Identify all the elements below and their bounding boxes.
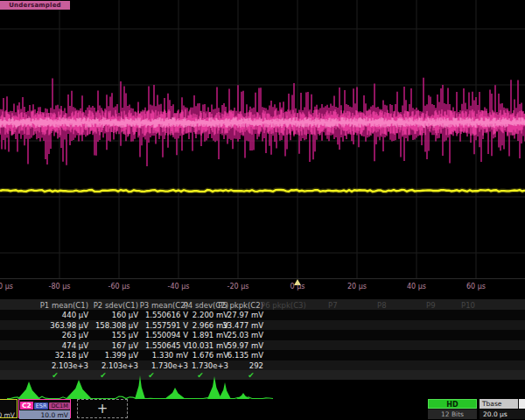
c2-label: C2: [20, 402, 33, 410]
descriptor-bar: DC1M 10.0 mV C2 ESR DC1M 10.0 mV + HD 12…: [0, 399, 525, 420]
x-tick-label: 60 µs: [450, 283, 502, 290]
x-tick-label: -20 µs: [212, 283, 264, 290]
c2-coupling-badge: DC1M: [49, 402, 69, 410]
measure-value: 27.97 mV: [185, 311, 263, 319]
measure-column-header-inactive[interactable]: P10: [461, 301, 475, 310]
c1-scale: 10.0 mV: [0, 410, 17, 419]
timebase-descriptor[interactable]: Tbase 20.0 µs: [480, 399, 525, 419]
x-tick-label: -100 µs: [0, 283, 26, 290]
c2-scale: 10.0 mV: [19, 410, 70, 419]
channel-c1-descriptor[interactable]: DC1M 10.0 mV: [0, 399, 18, 418]
x-tick-label: 0 µs: [271, 283, 324, 290]
add-trace-button[interactable]: +: [77, 399, 128, 418]
measure-column-header-inactive[interactable]: P7: [328, 301, 338, 310]
x-axis-labels: -100 µs-80 µs-60 µs-40 µs-20 µs0 µs20 µs…: [0, 281, 525, 293]
x-tick-label: -80 µs: [33, 283, 86, 290]
measure-value: 6.135 mV: [185, 351, 263, 360]
measure-value: 25.03 mV: [185, 331, 263, 340]
x-tick-label: -60 µs: [93, 283, 145, 290]
channel-c2-descriptor[interactable]: C2 ESR DC1M 10.0 mV: [18, 399, 71, 418]
waveform-grid[interactable]: Undersampled: [0, 0, 525, 280]
x-tick-label: 40 µs: [390, 283, 443, 290]
waveform-traces: [0, 0, 525, 280]
measure-value: 292: [185, 361, 263, 370]
undersampled-badge: Undersampled: [0, 1, 70, 10]
measure-column-header-P5[interactable]: P5 pkpk(C2): [185, 301, 263, 310]
histogram-trace: [0, 374, 525, 401]
measure-column-header-inactive[interactable]: P9: [426, 301, 436, 310]
oscilloscope-screen: Undersampled -100 µs-80 µs-60 µs-40 µs-2…: [0, 0, 525, 420]
tbase-label: Tbase: [480, 399, 518, 409]
measurement-table[interactable]: P1 mean(C1)440 µV363.98 µV263 µV474 µV32…: [0, 299, 525, 380]
x-tick-label: 20 µs: [331, 283, 383, 290]
measure-column-header-inactive[interactable]: P6 pkpk(C3): [261, 301, 306, 310]
measure-value: 59.97 mV: [185, 341, 263, 350]
x-tick-label: -40 µs: [152, 283, 205, 290]
hd-mode-indicator[interactable]: HD 12 Bits: [428, 399, 477, 419]
measure-column-header-inactive[interactable]: P8: [377, 301, 387, 310]
measure-value: 33.477 mV: [185, 321, 263, 330]
tbase-scale: 20.0 µs: [480, 410, 525, 419]
hd-badge: HD: [428, 399, 477, 409]
tbase-aux-cell: [519, 399, 525, 409]
hd-bits-label: 12 Bits: [428, 410, 477, 419]
c2-esr-badge: ESR: [34, 402, 49, 410]
